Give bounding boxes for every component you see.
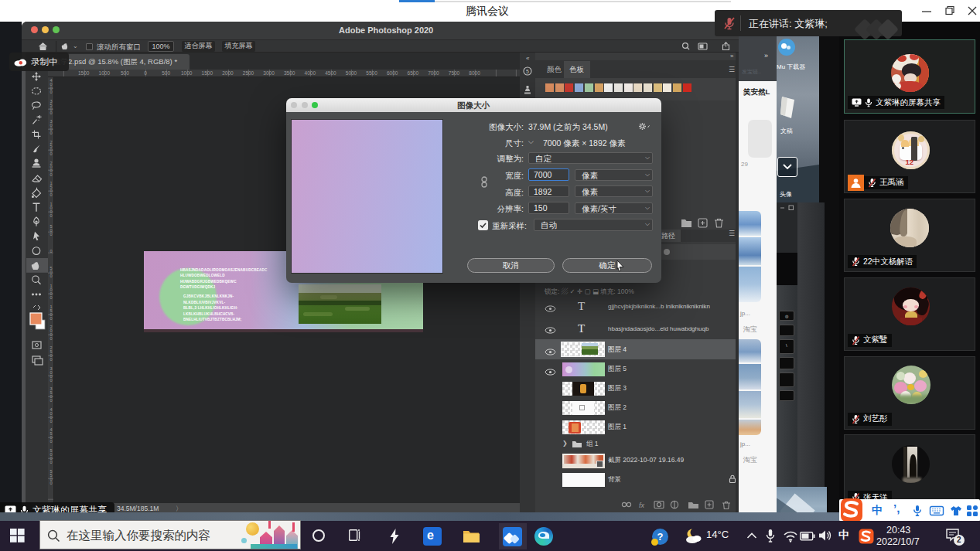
svg-text:5: 5 <box>526 69 529 74</box>
svg-text:fx: fx <box>639 502 645 509</box>
